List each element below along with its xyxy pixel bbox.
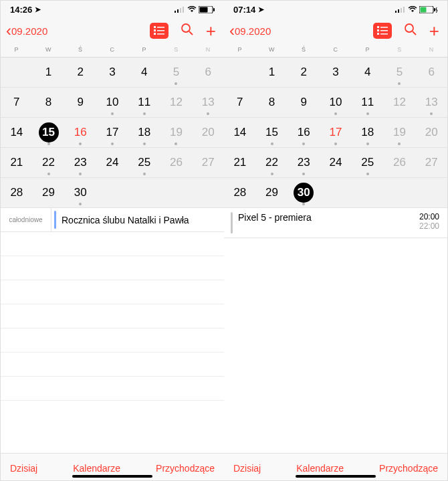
day-cell[interactable]: 2 — [64, 58, 96, 87]
day-cell[interactable]: 20 — [192, 118, 224, 147]
day-cell[interactable]: 26 — [384, 148, 416, 177]
day-number: 24 — [326, 153, 346, 173]
day-number: 20 — [421, 122, 441, 142]
day-cell[interactable]: 18 — [128, 118, 160, 147]
day-cell[interactable]: 15 — [256, 118, 288, 147]
day-cell[interactable]: 14 — [1, 118, 33, 147]
svg-rect-15 — [395, 11, 397, 13]
calendars-button[interactable]: Kalendarze — [73, 463, 120, 474]
search-icon[interactable] — [404, 23, 417, 39]
day-cell[interactable]: 21 — [224, 148, 256, 177]
day-cell[interactable]: 6 — [192, 58, 224, 87]
day-cell[interactable]: 9 — [288, 88, 320, 117]
day-cell[interactable]: 5 — [384, 58, 416, 87]
day-cell[interactable]: 1 — [256, 58, 288, 87]
day-cell[interactable]: 17 — [96, 118, 128, 147]
event-list: całodniowe Rocznica ślubu Natalki i Pawł… — [1, 208, 224, 453]
day-cell[interactable]: 10 — [96, 88, 128, 117]
list-view-toggle[interactable] — [373, 23, 392, 39]
home-indicator[interactable] — [296, 475, 376, 478]
day-cell[interactable]: 29 — [33, 178, 65, 207]
today-button[interactable]: Dzisiaj — [233, 463, 261, 474]
day-number: 14 — [7, 122, 27, 142]
search-icon[interactable] — [181, 23, 194, 39]
back-button[interactable]: ‹ 09.2020 — [229, 23, 271, 39]
day-cell[interactable]: 7 — [224, 88, 256, 117]
day-cell[interactable]: 13 — [192, 88, 224, 117]
day-cell[interactable]: 4 — [352, 58, 384, 87]
event-dot-icon — [366, 173, 369, 175]
day-cell[interactable]: 30 — [288, 178, 320, 207]
day-cell[interactable]: 16 — [288, 118, 320, 147]
day-cell[interactable]: 11 — [352, 88, 384, 117]
day-cell[interactable]: 29 — [256, 178, 288, 207]
day-cell[interactable]: 23 — [288, 148, 320, 177]
day-number — [7, 62, 27, 82]
day-cell[interactable]: 3 — [320, 58, 352, 87]
day-cell[interactable]: 11 — [128, 88, 160, 117]
event-dot-icon — [366, 112, 369, 115]
weekday-header: PWŚCPSN — [1, 43, 224, 58]
day-cell[interactable]: 8 — [33, 88, 65, 117]
svg-rect-9 — [154, 29, 156, 31]
incoming-button[interactable]: Przychodzące — [156, 463, 215, 474]
day-cell[interactable]: 18 — [352, 118, 384, 147]
add-icon[interactable]: + — [429, 22, 439, 39]
incoming-button[interactable]: Przychodzące — [379, 463, 438, 474]
day-number: 17 — [326, 122, 346, 142]
day-cell[interactable]: 24 — [320, 148, 352, 177]
svg-rect-27 — [380, 33, 388, 35]
day-cell[interactable]: 27 — [415, 148, 447, 177]
day-cell[interactable]: 5 — [160, 58, 193, 87]
day-cell[interactable]: 19 — [160, 118, 193, 147]
day-cell[interactable]: 4 — [128, 58, 160, 87]
day-cell[interactable]: 7 — [1, 88, 33, 117]
empty-row — [1, 304, 224, 328]
day-cell[interactable]: 12 — [384, 88, 416, 117]
day-cell[interactable]: 24 — [96, 148, 128, 177]
day-number: 15 — [39, 122, 59, 142]
day-cell[interactable]: 30 — [64, 178, 96, 207]
day-cell[interactable]: 25 — [128, 148, 160, 177]
today-button[interactable]: Dzisiaj — [10, 463, 37, 474]
weekday-label: N — [415, 43, 447, 57]
day-cell[interactable]: 26 — [160, 148, 193, 177]
back-button[interactable]: ‹ 09.2020 — [6, 23, 47, 39]
day-cell[interactable]: 20 — [415, 118, 447, 147]
day-cell[interactable]: 21 — [1, 148, 33, 177]
day-cell[interactable]: 14 — [224, 118, 256, 147]
day-cell[interactable]: 25 — [352, 148, 384, 177]
day-cell[interactable]: 28 — [1, 178, 33, 207]
day-cell[interactable]: 16 — [64, 118, 96, 147]
day-cell[interactable]: 6 — [415, 58, 447, 87]
day-number: 3 — [102, 62, 122, 82]
day-cell[interactable]: 22 — [256, 148, 288, 177]
day-cell[interactable]: 15 — [33, 118, 65, 147]
day-cell[interactable]: 12 — [160, 88, 193, 117]
day-cell[interactable]: 13 — [415, 88, 447, 117]
day-cell[interactable]: 19 — [384, 118, 416, 147]
calendar-grid: 1234567891011121314151617181920212223242… — [224, 58, 447, 208]
day-cell[interactable]: 2 — [288, 58, 320, 87]
calendars-button[interactable]: Kalendarze — [296, 463, 344, 474]
day-cell[interactable]: 8 — [256, 88, 288, 117]
day-cell[interactable]: 17 — [320, 118, 352, 147]
day-cell[interactable]: 23 — [64, 148, 96, 177]
list-view-toggle[interactable] — [150, 23, 169, 39]
event-dot-icon — [398, 142, 401, 145]
day-cell[interactable]: 3 — [96, 58, 128, 87]
day-cell[interactable]: 1 — [33, 58, 65, 87]
add-icon[interactable]: + — [206, 22, 216, 39]
day-cell[interactable]: 27 — [192, 148, 224, 177]
timed-event[interactable]: Pixel 5 - premiera 20:00 22:00 — [224, 208, 447, 238]
day-cell[interactable]: 9 — [64, 88, 96, 117]
day-cell[interactable]: 28 — [224, 178, 256, 207]
day-cell[interactable]: 10 — [320, 88, 352, 117]
week-row: 282930 — [1, 178, 224, 208]
home-indicator[interactable] — [72, 475, 152, 478]
day-cell[interactable]: 22 — [33, 148, 65, 177]
all-day-event[interactable]: całodniowe Rocznica ślubu Natalki i Pawł… — [1, 208, 224, 232]
day-number: 27 — [421, 153, 441, 173]
event-end-time: 22:00 — [419, 221, 439, 231]
weekday-label: Ś — [64, 43, 96, 57]
